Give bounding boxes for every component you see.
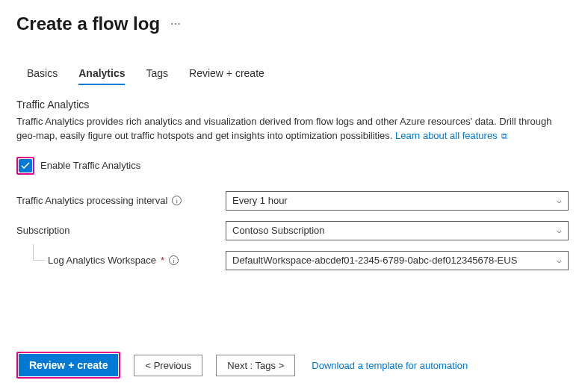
- workspace-label: Log Analytics Workspace * i: [16, 255, 226, 266]
- learn-more-text: Learn about all features: [395, 130, 498, 141]
- more-actions-icon[interactable]: ⋯: [170, 18, 182, 30]
- interval-label-text: Traffic Analytics processing interval: [16, 195, 167, 206]
- enable-traffic-analytics-label: Enable Traffic Analytics: [40, 160, 140, 171]
- workspace-value: DefaultWorkspace-abcdef01-2345-6789-0abc…: [232, 255, 517, 266]
- checkbox-highlight: [16, 157, 34, 175]
- review-create-button[interactable]: Review + create: [19, 354, 118, 376]
- enable-traffic-analytics-checkbox[interactable]: [19, 159, 32, 172]
- info-icon[interactable]: i: [169, 255, 179, 265]
- section-title: Traffic Analytics: [16, 99, 569, 111]
- next-button[interactable]: Next : Tags >: [216, 355, 295, 376]
- interval-label: Traffic Analytics processing interval i: [16, 195, 226, 206]
- tab-basics[interactable]: Basics: [16, 63, 68, 85]
- primary-button-highlight: Review + create: [16, 352, 120, 379]
- check-icon: [21, 162, 30, 169]
- subscription-label: Subscription: [16, 225, 226, 236]
- tab-review-create[interactable]: Review + create: [179, 63, 275, 85]
- external-link-icon: ⧉: [499, 131, 507, 140]
- subscription-value: Contoso Subscription: [232, 225, 325, 236]
- interval-select[interactable]: Every 1 hour ⌵: [226, 191, 569, 211]
- chevron-down-icon: ⌵: [557, 255, 562, 265]
- tab-bar: Basics Analytics Tags Review + create: [16, 63, 569, 85]
- tree-connector: [33, 244, 45, 261]
- subscription-label-text: Subscription: [16, 225, 70, 236]
- interval-value: Every 1 hour: [232, 195, 288, 206]
- chevron-down-icon: ⌵: [557, 225, 562, 235]
- subscription-select[interactable]: Contoso Subscription ⌵: [226, 221, 569, 240]
- footer-actions: Review + create < Previous Next : Tags >…: [16, 352, 569, 379]
- required-indicator: *: [161, 255, 164, 266]
- info-icon[interactable]: i: [172, 196, 182, 205]
- previous-button[interactable]: < Previous: [134, 355, 202, 376]
- learn-more-link[interactable]: Learn about all features ⧉: [395, 130, 507, 141]
- section-description: Traffic Analytics provides rich analytic…: [16, 115, 569, 143]
- download-template-link[interactable]: Download a template for automation: [312, 360, 468, 371]
- workspace-select[interactable]: DefaultWorkspace-abcdef01-2345-6789-0abc…: [226, 251, 569, 270]
- chevron-down-icon: ⌵: [557, 196, 562, 205]
- tab-tags[interactable]: Tags: [135, 63, 179, 85]
- page-title: Create a flow log: [16, 13, 160, 34]
- workspace-label-text: Log Analytics Workspace: [48, 255, 156, 266]
- tab-analytics[interactable]: Analytics: [68, 63, 135, 85]
